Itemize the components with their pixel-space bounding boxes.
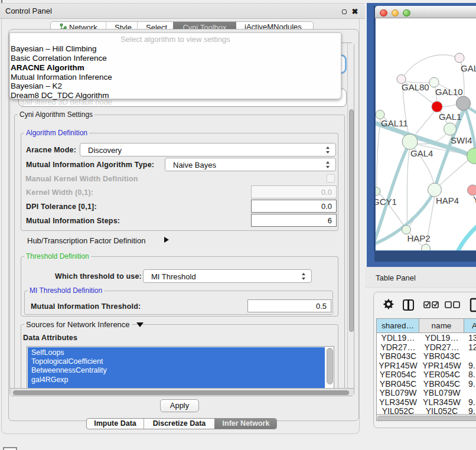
svg-text:HAP4: HAP4 — [436, 195, 459, 206]
svg-text:GAL11: GAL11 — [381, 118, 408, 128]
svg-text:GAL10: GAL10 — [435, 87, 463, 97]
svg-text:GAL1: GAL1 — [439, 112, 461, 122]
svg-text:GAL4: GAL4 — [410, 148, 433, 158]
svg-text:GCY1: GCY1 — [376, 197, 397, 207]
svg-text:Y: Y — [473, 194, 476, 204]
svg-text:SWI4: SWI4 — [451, 135, 472, 145]
svg-text:HAP2: HAP2 — [407, 233, 431, 243]
svg-text:GAL80: GAL80 — [402, 82, 429, 92]
svg-text:GAL2: GAL2 — [461, 63, 476, 73]
